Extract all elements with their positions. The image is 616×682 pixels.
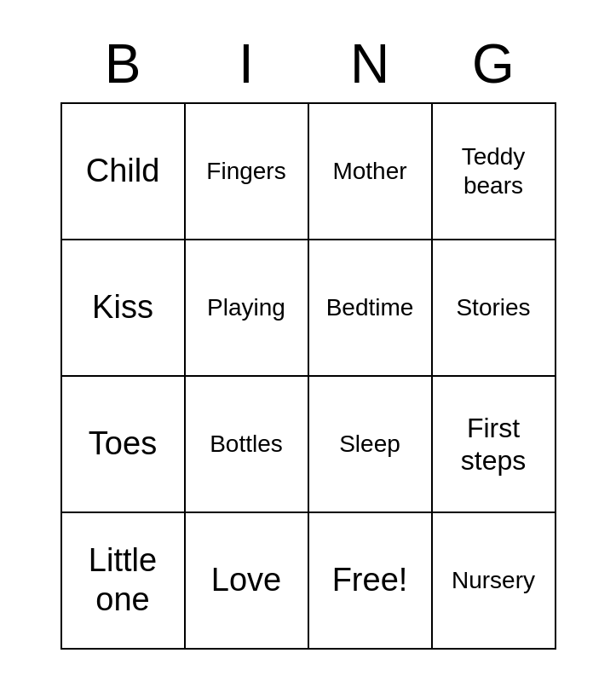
cell-2-1[interactable]: Bottles [186, 377, 309, 513]
cell-2-2[interactable]: Sleep [309, 377, 433, 513]
letter-i: I [185, 32, 308, 95]
cell-1-2[interactable]: Bedtime [309, 240, 433, 377]
bingo-grid: Child Fingers Mother Teddy bears Kiss Pl… [60, 102, 556, 650]
cell-1-3[interactable]: Stories [433, 240, 556, 377]
cell-3-2[interactable]: Free! [309, 513, 433, 650]
cell-0-1[interactable]: Fingers [186, 104, 309, 240]
bingo-header: B I N G [61, 32, 556, 95]
cell-2-0[interactable]: Toes [62, 377, 186, 513]
cell-1-1[interactable]: Playing [186, 240, 309, 377]
cell-3-3[interactable]: Nursery [433, 513, 556, 650]
letter-g: G [432, 32, 556, 95]
cell-1-0[interactable]: Kiss [62, 240, 186, 377]
cell-2-3[interactable]: First steps [433, 377, 556, 513]
cell-3-0[interactable]: Little one [62, 513, 186, 650]
cell-0-0[interactable]: Child [62, 104, 186, 240]
letter-n: N [308, 32, 432, 95]
cell-0-3[interactable]: Teddy bears [433, 104, 556, 240]
letter-b: B [61, 32, 185, 95]
bingo-card: B I N G Child Fingers Mother Teddy bears… [43, 15, 573, 667]
cell-0-2[interactable]: Mother [309, 104, 433, 240]
cell-3-1[interactable]: Love [186, 513, 309, 650]
